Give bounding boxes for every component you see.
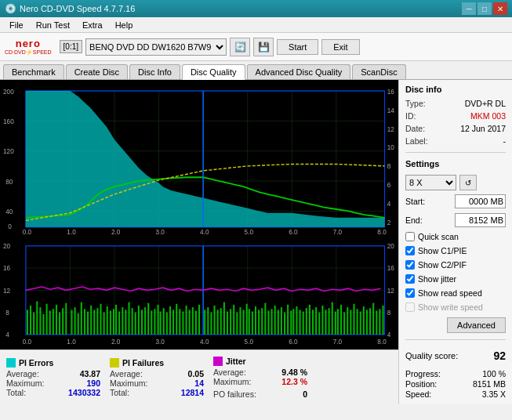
svg-text:6: 6 xyxy=(387,181,391,190)
svg-text:8.0: 8.0 xyxy=(377,228,386,237)
show-read-speed-label: Show read speed xyxy=(418,288,482,298)
svg-rect-100 xyxy=(160,311,162,334)
svg-rect-136 xyxy=(278,310,279,335)
svg-rect-98 xyxy=(154,309,155,335)
jitter-avg-label: Average: xyxy=(213,368,246,377)
end-input[interactable] xyxy=(455,213,506,227)
show-c2-row: Show C2/PIF xyxy=(405,260,506,270)
show-read-speed-checkbox[interactable] xyxy=(405,288,415,298)
svg-rect-167 xyxy=(376,310,377,334)
svg-rect-92 xyxy=(135,312,136,334)
show-c2-checkbox[interactable] xyxy=(405,260,415,270)
svg-rect-60 xyxy=(30,306,31,335)
svg-rect-149 xyxy=(318,312,320,334)
svg-rect-141 xyxy=(292,309,294,335)
disc-info-title: Disc info xyxy=(405,85,506,94)
svg-rect-166 xyxy=(372,302,374,334)
tab-advanced-disc-quality[interactable]: Advanced Disc Quality xyxy=(247,64,351,79)
svg-text:0: 0 xyxy=(8,223,12,231)
tab-create-disc[interactable]: Create Disc xyxy=(66,64,128,79)
svg-rect-93 xyxy=(138,306,140,335)
drive-label: [0:1] xyxy=(60,40,82,53)
svg-rect-131 xyxy=(261,308,263,335)
refresh-button[interactable]: 🔄 xyxy=(230,38,250,56)
start-mb-row: Start: xyxy=(405,194,506,208)
svg-text:20: 20 xyxy=(387,242,394,250)
start-button[interactable]: Start xyxy=(277,39,318,55)
svg-text:3.0: 3.0 xyxy=(155,337,165,345)
quality-score-value: 92 xyxy=(493,349,506,362)
svg-rect-94 xyxy=(141,310,143,335)
svg-rect-68 xyxy=(56,305,57,335)
tab-scandisc[interactable]: ScanDisc xyxy=(352,64,405,79)
jitter-group: Jitter Average: 9.48 % Maximum: 12.3 % P… xyxy=(213,357,307,399)
exit-button[interactable]: Exit xyxy=(321,39,359,55)
svg-rect-102 xyxy=(166,312,168,334)
title-text: Nero CD-DVD Speed 4.7.7.16 xyxy=(20,4,462,13)
svg-rect-108 xyxy=(186,306,187,335)
pi-errors-total-value: 1430332 xyxy=(68,388,100,397)
tab-bar: Benchmark Create Disc Disc Info Disc Qua… xyxy=(0,61,512,80)
logo-nero: nero xyxy=(16,38,41,49)
disc-label-row: Label: - xyxy=(405,136,506,146)
menu-run-test[interactable]: Run Test xyxy=(30,19,76,31)
pi-failures-total-label: Total: xyxy=(110,388,129,397)
svg-rect-91 xyxy=(132,308,133,335)
svg-rect-139 xyxy=(287,305,289,335)
svg-text:10: 10 xyxy=(387,143,394,152)
pi-errors-avg-row: Average: 43.87 xyxy=(6,369,100,378)
end-label: End: xyxy=(405,215,433,225)
svg-rect-72 xyxy=(71,310,72,335)
logo: nero CD·DVD⚡SPEED xyxy=(5,38,52,56)
pi-failures-max-row: Maximum: 14 xyxy=(110,378,204,388)
maximize-button[interactable]: □ xyxy=(478,2,492,15)
quality-score-label: Quality score: xyxy=(405,351,458,360)
quick-scan-label: Quick scan xyxy=(418,232,459,241)
close-button[interactable]: ✕ xyxy=(493,2,507,15)
title-bar: 💿 Nero CD-DVD Speed 4.7.7.16 ─ □ ✕ xyxy=(0,0,512,17)
disc-type-row: Type: DVD+R DL xyxy=(405,99,506,108)
menu-extra[interactable]: Extra xyxy=(76,19,109,31)
pi-errors-max-label: Maximum: xyxy=(6,378,44,388)
progress-row: Progress: 100 % xyxy=(405,369,506,378)
speed-combo[interactable]: 8 X Max 4 X 16 X xyxy=(405,175,456,190)
speed-row: 8 X Max 4 X 16 X ↺ xyxy=(405,175,506,190)
svg-text:1.0: 1.0 xyxy=(67,228,75,237)
svg-rect-120 xyxy=(227,311,228,334)
save-button[interactable]: 💾 xyxy=(253,38,274,56)
svg-text:14: 14 xyxy=(387,106,394,114)
menu-help[interactable]: Help xyxy=(109,19,140,31)
advanced-button[interactable]: Advanced xyxy=(447,317,506,333)
jitter-max-row: Maximum: 12.3 % xyxy=(213,377,307,386)
disc-type-label: Type: xyxy=(405,99,426,108)
svg-text:40: 40 xyxy=(5,207,13,215)
speed-refresh-button[interactable]: ↺ xyxy=(459,175,477,190)
svg-rect-107 xyxy=(182,311,183,334)
show-c1-checkbox[interactable] xyxy=(405,246,415,255)
drive-combo[interactable]: BENQ DVD DD DW1620 B7W9 xyxy=(85,38,227,56)
svg-text:12: 12 xyxy=(387,286,394,294)
svg-rect-70 xyxy=(62,308,64,335)
start-input[interactable] xyxy=(455,194,506,208)
pi-errors-color xyxy=(6,358,16,368)
svg-rect-137 xyxy=(281,307,282,335)
svg-rect-147 xyxy=(312,310,314,335)
menu-file[interactable]: File xyxy=(3,19,30,31)
tab-disc-quality[interactable]: Disc Quality xyxy=(182,64,245,80)
minimize-button[interactable]: ─ xyxy=(462,2,476,15)
quick-scan-checkbox[interactable] xyxy=(405,232,415,241)
svg-rect-86 xyxy=(115,305,117,335)
jitter-avg-row: Average: 9.48 % xyxy=(213,368,307,377)
tab-benchmark[interactable]: Benchmark xyxy=(3,64,64,79)
svg-rect-129 xyxy=(255,306,256,335)
show-c1-label: Show C1/PIE xyxy=(418,246,467,255)
pi-errors-max-row: Maximum: 190 xyxy=(6,378,100,388)
show-jitter-checkbox[interactable] xyxy=(405,274,415,284)
tab-disc-info[interactable]: Disc Info xyxy=(129,64,180,79)
svg-text:16: 16 xyxy=(387,87,394,96)
svg-rect-84 xyxy=(110,310,111,334)
progress-value: 100 % xyxy=(482,369,506,378)
svg-rect-163 xyxy=(363,306,365,335)
svg-rect-113 xyxy=(204,310,205,335)
svg-rect-64 xyxy=(42,314,44,335)
